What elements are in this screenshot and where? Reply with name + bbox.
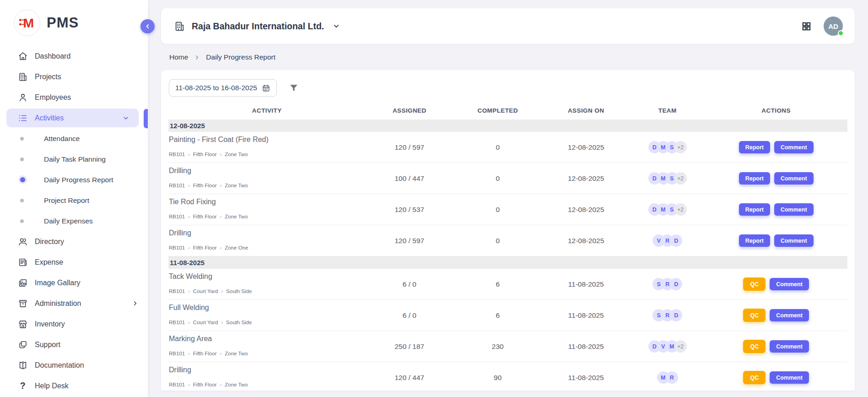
user-avatar[interactable]: AD bbox=[824, 16, 843, 36]
sidebar-item-expense[interactable]: Expense bbox=[0, 252, 148, 272]
table-body: 12-08-2025Painting - First Coat (Fire Re… bbox=[168, 120, 847, 393]
report-button[interactable]: Report bbox=[739, 234, 770, 247]
assign-on-cell: 11-08-2025 bbox=[542, 331, 630, 362]
sidebar-subitem-daily-progress-report[interactable]: Daily Progress Report bbox=[0, 169, 148, 190]
team-avatar-extra: +2 bbox=[674, 172, 687, 185]
location-part: Fifth Floor bbox=[193, 214, 217, 219]
comment-button[interactable]: Comment bbox=[770, 371, 809, 384]
activity-location: RB101›Fifth Floor›Zone Two bbox=[169, 152, 248, 157]
sidebar-item-label: Directory bbox=[35, 238, 64, 246]
user-initials: AD bbox=[828, 22, 838, 30]
completed-cell: 6 bbox=[453, 269, 542, 299]
location-part: Fifth Floor bbox=[193, 152, 217, 157]
sidebar-item-administration[interactable]: Administration bbox=[0, 293, 148, 314]
activity-title: Painting - First Coat (Fire Red) bbox=[169, 136, 269, 144]
sidebar-item-employees[interactable]: Employees bbox=[0, 87, 148, 108]
location-part: Zone Two bbox=[225, 183, 248, 188]
comment-button[interactable]: Comment bbox=[770, 340, 809, 353]
chevron-right-icon bbox=[194, 54, 200, 60]
comment-button[interactable]: Comment bbox=[774, 172, 814, 185]
location-part: Fifth Floor bbox=[193, 382, 217, 387]
sidebar-item-label: Employees bbox=[35, 93, 71, 102]
table-row: Tack WeldingRB101›Court Yard›South Side6… bbox=[168, 269, 847, 300]
sidebar-item-dashboard[interactable]: Dashboard bbox=[0, 46, 148, 66]
table-header-row: ACTIVITYASSIGNEDCOMPLETEDASSIGN ONTEAMAC… bbox=[168, 101, 847, 120]
assign-on-cell: 11-08-2025 bbox=[542, 300, 630, 331]
chevron-right-icon: › bbox=[188, 351, 190, 356]
location-part: Court Yard bbox=[193, 288, 218, 294]
sidebar-subitem-label: Daily Progress Report bbox=[44, 176, 113, 184]
breadcrumb-home[interactable]: Home bbox=[169, 53, 188, 61]
chevron-right-icon: › bbox=[188, 183, 190, 188]
sidebar-item-help-desk[interactable]: ?Help Desk bbox=[0, 375, 148, 396]
sidebar-item-activities[interactable]: Activities bbox=[6, 109, 139, 127]
completed-cell: 0 bbox=[453, 194, 542, 225]
sidebar-item-directory[interactable]: Directory bbox=[0, 231, 148, 252]
sidebar-item-support[interactable]: Support bbox=[0, 334, 148, 355]
completed-cell: 90 bbox=[453, 362, 542, 393]
sidebar-subitem-label: Daily Task Planning bbox=[44, 155, 106, 163]
assign-on-cell: 12-08-2025 bbox=[542, 225, 630, 256]
location-part: Zone Two bbox=[225, 351, 248, 356]
assigned-cell: 120 / 597 bbox=[365, 132, 453, 163]
sidebar-subitem-project-report[interactable]: Project Report bbox=[0, 190, 148, 211]
sidebar: M PMS DashboardProjectsEmployeesActiviti… bbox=[0, 0, 148, 397]
comment-button[interactable]: Comment bbox=[774, 203, 814, 216]
breadcrumb-current: Daily Progress Report bbox=[206, 53, 275, 61]
activity-cell: DrillingRB101›Fifth Floor›Zone Two bbox=[168, 163, 365, 194]
company-selector[interactable]: Raja Bahadur International Ltd. bbox=[174, 21, 340, 32]
location-part: South Side bbox=[226, 320, 252, 325]
app-title: PMS bbox=[47, 15, 79, 31]
comment-button[interactable]: Comment bbox=[770, 309, 809, 321]
location-part: RB101 bbox=[169, 183, 185, 188]
sidebar-subitem-daily-expenses[interactable]: Daily Expenses bbox=[0, 211, 148, 231]
sidebar-collapse-button[interactable] bbox=[140, 19, 155, 33]
team-avatar: D bbox=[670, 278, 682, 290]
filter-funnel-icon[interactable] bbox=[289, 83, 299, 93]
qc-button[interactable]: QC bbox=[743, 277, 766, 291]
activity-cell: Marking AreaRB101›Fifth Floor›Zone Two bbox=[168, 331, 365, 362]
location-part: RB101 bbox=[169, 288, 185, 294]
completed-cell: 0 bbox=[453, 163, 542, 194]
sidebar-item-documentation[interactable]: Documentation bbox=[0, 355, 148, 375]
activity-cell: DrillingRB101›Fifth Floor›Zone Two bbox=[168, 362, 365, 393]
qc-button[interactable]: QC bbox=[743, 309, 766, 322]
team-avatar: D bbox=[670, 309, 682, 321]
qc-button[interactable]: QC bbox=[743, 371, 766, 384]
chevron-right-icon: › bbox=[220, 245, 222, 250]
apps-grid-icon[interactable] bbox=[801, 21, 812, 32]
sidebar-subitem-attendance[interactable]: Attendance bbox=[0, 128, 148, 149]
sidebar-item-image-gallary[interactable]: Image Gallary bbox=[0, 272, 148, 293]
chevron-down-icon bbox=[332, 22, 340, 30]
actions-cell: ReportComment bbox=[705, 132, 847, 163]
activity-location: RB101›Fifth Floor›Zone One bbox=[169, 245, 248, 250]
date-range-input[interactable]: 11-08-2025 to 16-08-2025 bbox=[169, 79, 277, 97]
qc-button[interactable]: QC bbox=[743, 340, 766, 353]
report-button[interactable]: Report bbox=[739, 203, 770, 216]
actions-cell: QCComment bbox=[705, 300, 847, 331]
receipt-icon bbox=[17, 257, 28, 267]
book-icon bbox=[17, 360, 28, 370]
sidebar-item-projects[interactable]: Projects bbox=[0, 66, 148, 87]
activity-title: Drilling bbox=[169, 167, 191, 175]
comment-button[interactable]: Comment bbox=[770, 278, 809, 290]
sidebar-item-label: Inventory bbox=[35, 320, 65, 328]
comment-button[interactable]: Comment bbox=[774, 234, 814, 247]
report-button[interactable]: Report bbox=[739, 172, 770, 185]
sidebar-item-inventory[interactable]: Inventory bbox=[0, 314, 148, 334]
activity-location: RB101›Court Yard›South Side bbox=[169, 320, 252, 325]
gallery-icon bbox=[17, 277, 28, 288]
comment-button[interactable]: Comment bbox=[774, 141, 814, 153]
sidebar-subitem-daily-task-planning[interactable]: Daily Task Planning bbox=[0, 149, 148, 169]
location-part: RB101 bbox=[169, 320, 185, 325]
topbar-right: AD bbox=[801, 16, 843, 36]
sidebar-menu: DashboardProjectsEmployeesActivitiesAtte… bbox=[0, 46, 148, 396]
sidebar-subitem-label: Daily Expenses bbox=[44, 217, 93, 225]
assigned-cell: 6 / 0 bbox=[365, 269, 453, 299]
table-row: DrillingRB101›Fifth Floor›Zone One120 / … bbox=[168, 225, 847, 256]
report-button[interactable]: Report bbox=[739, 141, 770, 153]
chevron-right-icon: › bbox=[188, 288, 190, 294]
team-cell: DVM+2 bbox=[630, 331, 705, 362]
assigned-cell: 120 / 597 bbox=[365, 225, 453, 256]
completed-cell: 0 bbox=[453, 132, 542, 163]
